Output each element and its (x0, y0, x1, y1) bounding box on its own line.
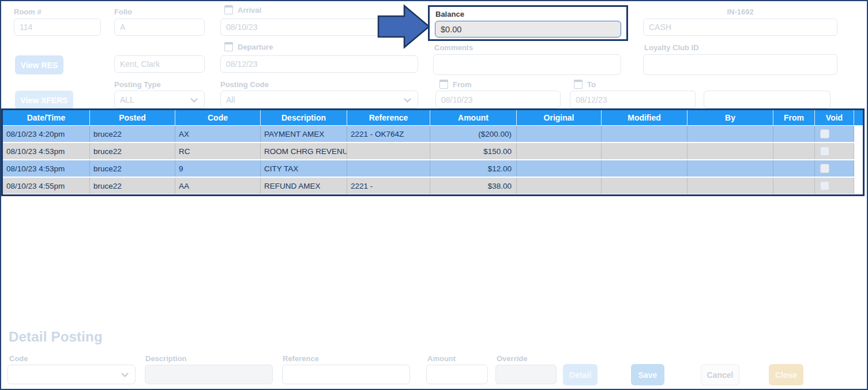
room-input[interactable] (14, 18, 101, 36)
cell-posted: bruce22 (90, 160, 175, 177)
cell-void (815, 143, 854, 159)
folio-window: Room # Folio Arrival IN-1692 View RES De… (0, 0, 868, 390)
cell-original (517, 126, 602, 142)
detail-description-input[interactable] (145, 365, 273, 384)
cell-by (687, 143, 773, 159)
cell-from (773, 126, 815, 142)
chevron-down-icon (404, 95, 411, 103)
save-button[interactable]: Save (631, 364, 664, 385)
cell-from (773, 178, 815, 194)
calendar-icon (574, 80, 583, 89)
detail-override-input[interactable] (495, 365, 557, 384)
cell-void (815, 160, 854, 177)
cell-datetime: 08/10/23 4:53pm (3, 160, 90, 177)
posting-type-select[interactable]: ALL (114, 91, 205, 108)
view-xfers-button[interactable]: View XFERS (15, 91, 73, 110)
col-header-from[interactable]: From (773, 110, 815, 125)
calendar-icon (224, 5, 233, 14)
table-row[interactable]: 08/10/23 4:55pmbruce22AAREFUND AMEX2221 … (3, 178, 863, 194)
transactions-table-header: Date/TimePostedCodeDescriptionReferenceA… (3, 110, 863, 125)
cell-amount: ($200.00) (430, 126, 517, 142)
col-header-by[interactable]: By (687, 110, 773, 125)
void-checkbox[interactable] (820, 181, 829, 190)
folio-label: Folio (114, 7, 132, 16)
void-checkbox[interactable] (820, 129, 829, 138)
cell-datetime: 08/10/23 4:53pm (3, 143, 90, 159)
cell-description: PAYMENT AMEX (261, 126, 347, 142)
col-header-posted[interactable]: Posted (90, 110, 175, 125)
detail-button[interactable]: Detail (563, 364, 598, 385)
cell-void (815, 178, 854, 194)
table-highlight-box: Date/TimePostedCodeDescriptionReferenceA… (1, 108, 865, 196)
to-date-input[interactable] (570, 91, 696, 108)
comments-label: Comments (434, 43, 473, 52)
detail-posting-heading: Detail Posting (9, 329, 103, 345)
cell-reference (347, 143, 430, 159)
folio-input[interactable] (114, 18, 205, 36)
departure-label: Departure (224, 42, 273, 51)
cell-reference (347, 160, 430, 177)
col-header-modified[interactable]: Modified (602, 110, 687, 125)
close-button[interactable]: Close (769, 364, 803, 385)
cell-code: AX (175, 126, 261, 142)
cell-amount: $150.00 (430, 143, 517, 159)
cell-original (517, 160, 602, 177)
view-res-button[interactable]: View RES (15, 55, 63, 74)
room-label: Room # (14, 7, 42, 16)
calendar-icon (439, 80, 448, 89)
cell-code: 9 (175, 160, 261, 177)
cell-posted: bruce22 (90, 126, 175, 142)
col-header-description[interactable]: Description (261, 110, 347, 125)
arrow-right-icon (376, 3, 431, 50)
cell-by (687, 126, 773, 142)
cell-from (773, 143, 815, 159)
loyalty-club-id-label: Loyalty Club ID (644, 43, 699, 52)
arrival-label: Arrival (224, 5, 261, 14)
cell-original (517, 143, 602, 159)
detail-code-select[interactable] (7, 365, 136, 384)
cell-modified (602, 160, 687, 177)
payment-method-input[interactable] (643, 18, 837, 36)
calendar-icon (224, 42, 233, 51)
cell-posted: bruce22 (90, 178, 175, 194)
cell-modified (602, 143, 687, 159)
table-row[interactable]: 08/10/23 4:53pmbruce229CITY TAX$12.00 (3, 160, 863, 177)
from-date-input[interactable] (435, 91, 561, 108)
row-gutter (854, 160, 863, 177)
cell-by (687, 178, 773, 194)
posting-code-select[interactable]: All (220, 91, 418, 108)
cell-description: CITY TAX (261, 160, 347, 177)
departure-input[interactable] (220, 55, 418, 73)
cell-datetime: 08/10/23 4:55pm (3, 178, 90, 194)
cancel-button[interactable]: Cancel (701, 364, 739, 385)
col-header-reference[interactable]: Reference (347, 110, 430, 125)
cell-amount: $12.00 (430, 160, 517, 177)
cell-description: REFUND AMEX (261, 178, 347, 194)
row-gutter (854, 178, 863, 194)
invoice-number-label: IN-1692 (643, 7, 837, 16)
col-header-code[interactable]: Code (175, 110, 261, 125)
posting-code-label: Posting Code (220, 80, 269, 89)
balance-input[interactable] (435, 21, 621, 38)
detail-amount-input[interactable] (426, 365, 488, 384)
loyalty-club-id-input[interactable] (643, 54, 837, 75)
cell-by (687, 160, 773, 177)
cell-reference: 2221 - OK764Z (347, 126, 430, 142)
detail-reference-label: Reference (283, 354, 319, 363)
col-header-datetime[interactable]: Date/Time (3, 110, 90, 125)
posting-type-label: Posting Type (114, 80, 161, 89)
col-header-void[interactable]: Void (815, 110, 854, 125)
col-header-amount[interactable]: Amount (430, 110, 517, 125)
comments-input[interactable] (433, 54, 621, 75)
to-date-label: To (574, 80, 596, 89)
filter-extra-input[interactable] (704, 91, 831, 108)
void-checkbox[interactable] (820, 147, 829, 156)
table-row[interactable]: 08/10/23 4:53pmbruce22RCROOM CHRG REVENU… (3, 143, 863, 159)
guest-name-input[interactable] (114, 55, 205, 73)
detail-reference-input[interactable] (282, 365, 410, 384)
table-row[interactable]: 08/10/23 4:20pmbruce22AXPAYMENT AMEX2221… (3, 126, 863, 142)
cell-code: RC (175, 143, 261, 159)
void-checkbox[interactable] (820, 164, 829, 173)
col-header-original[interactable]: Original (517, 110, 602, 125)
row-gutter (854, 126, 863, 142)
